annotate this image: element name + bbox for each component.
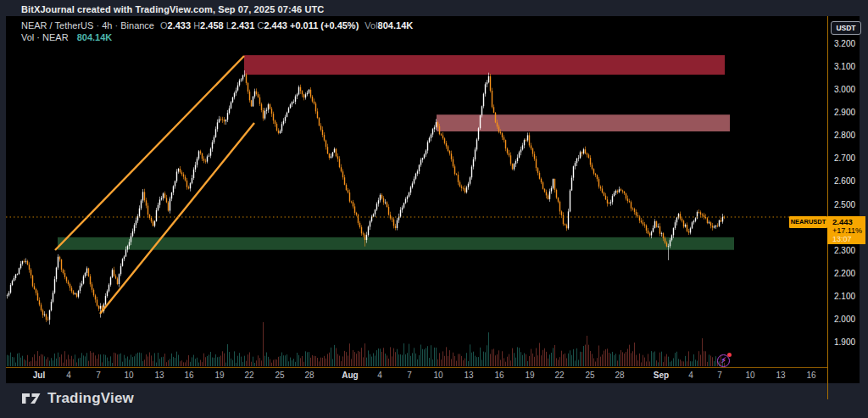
- time-tick-label: 7: [96, 371, 101, 380]
- time-tick-label: 19: [214, 371, 224, 380]
- price-tick-label: 2.000: [834, 314, 855, 323]
- price-tick-label: 2.900: [834, 108, 855, 117]
- footer-bar: TradingView: [0, 383, 868, 418]
- price-tick-label: 2.700: [834, 153, 855, 163]
- legend-row-symbol: NEAR / TetherUS · 4h · BinanceO2.433 H2.…: [21, 20, 413, 31]
- time-tick-label: 13: [464, 371, 473, 380]
- ohlc-legend[interactable]: NEAR / TetherUS · 4h · BinanceO2.433 H2.…: [21, 20, 413, 43]
- time-tick-label: 22: [554, 371, 564, 380]
- price-tick-label: 2.300: [834, 245, 855, 254]
- chart-area[interactable]: NEAR / TetherUS · 4h · BinanceO2.433 H2.…: [6, 16, 860, 383]
- time-tick-label: 25: [275, 371, 284, 380]
- open-label: O: [160, 20, 168, 31]
- vol-indicator-label: Vol · NEAR: [21, 32, 69, 42]
- close-value: 2.443: [264, 20, 287, 31]
- bar-countdown: 13:07: [832, 235, 865, 243]
- resistance-zone-1[interactable]: [244, 55, 725, 75]
- time-tick-label: 7: [717, 371, 722, 380]
- symbol-title: NEAR / TetherUS: [21, 20, 93, 31]
- time-tick-label: 25: [585, 371, 594, 380]
- time-tick-month-label: Aug: [342, 371, 358, 380]
- exchange-label: Binance: [120, 20, 154, 31]
- high-value: 2.458: [200, 20, 224, 31]
- time-tick-month-label: Sep: [654, 371, 669, 380]
- boost-reaction-button[interactable]: ⚡︎: [716, 353, 732, 368]
- notification-dot: [727, 353, 732, 357]
- price-tick-label: 2.200: [834, 268, 855, 277]
- volume-label: Vol: [364, 20, 377, 31]
- time-tick-label: 10: [745, 371, 754, 380]
- volume-value: 804.14K: [378, 20, 414, 31]
- time-tick-label: 4: [66, 371, 71, 380]
- ascending-channel-lower-line[interactable]: [100, 123, 254, 314]
- change-value: +0.011 (+0.45%): [290, 20, 359, 31]
- legend-row-volume: Vol · NEAR 804.14K: [21, 31, 413, 43]
- volume-bars: [7, 322, 725, 366]
- price-tick-label: 2.500: [834, 199, 855, 209]
- current-price-badge: 2.443 +17.11% 13:07: [827, 216, 865, 244]
- price-tick-label: 2.600: [834, 176, 855, 186]
- price-tick-label: 3.100: [834, 62, 855, 71]
- tradingview-logo[interactable]: TradingView: [21, 390, 134, 407]
- time-tick-label: 10: [124, 371, 133, 380]
- time-tick-month-label: Jul: [33, 371, 45, 380]
- price-tick-label: 2.100: [834, 291, 855, 300]
- price-tick-label: 3.000: [834, 85, 855, 94]
- current-price-value: 2.443: [832, 217, 865, 226]
- price-tick-label: 3.200: [834, 39, 855, 48]
- time-tick-label: 10: [433, 371, 442, 380]
- price-chart-canvas[interactable]: [6, 16, 827, 367]
- time-tick-label: 28: [615, 371, 624, 380]
- symbol-price-label: NEARUSDT: [789, 216, 827, 228]
- price-axis[interactable]: USDT 2.443 +17.11% 13:07 3.2003.1003.000…: [828, 16, 860, 383]
- time-tick-label: 7: [407, 371, 412, 380]
- low-value: 2.431: [231, 20, 255, 31]
- time-tick-label: 4: [688, 371, 693, 380]
- tradingview-logo-text: TradingView: [47, 390, 134, 407]
- ascending-channel-upper-line[interactable]: [55, 56, 244, 250]
- current-price-change: +17.11%: [832, 226, 865, 235]
- price-tick-label: 2.800: [834, 131, 855, 140]
- time-tick-label: 16: [184, 371, 193, 380]
- time-tick-label: 19: [525, 371, 534, 380]
- attribution-header: BitXJournal created with TradingView.com…: [21, 3, 324, 16]
- time-tick-label: 4: [377, 371, 382, 380]
- vol-indicator-value: 804.14K: [77, 32, 113, 42]
- time-tick-label: 13: [776, 371, 785, 380]
- high-label: H: [193, 20, 200, 31]
- open-value: 2.433: [168, 20, 192, 31]
- time-tick-label: 13: [154, 371, 164, 380]
- time-tick-label: 16: [806, 371, 815, 380]
- time-tick-label: 22: [244, 371, 253, 380]
- tradingview-logo-icon: [21, 390, 42, 407]
- lightning-bolt-icon: ⚡︎: [721, 356, 726, 365]
- time-tick-label: 16: [494, 371, 504, 380]
- tradingview-chart-export: BitXJournal created with TradingView.com…: [0, 0, 868, 418]
- price-tick-label: 1.900: [834, 337, 855, 347]
- time-axis[interactable]: Jul4710131619222528Aug4710131619222528Se…: [6, 368, 860, 383]
- currency-toggle-button[interactable]: USDT: [831, 21, 861, 35]
- time-tick-label: 28: [304, 371, 314, 380]
- timeframe-label: 4h: [102, 20, 112, 31]
- candles: [7, 70, 725, 325]
